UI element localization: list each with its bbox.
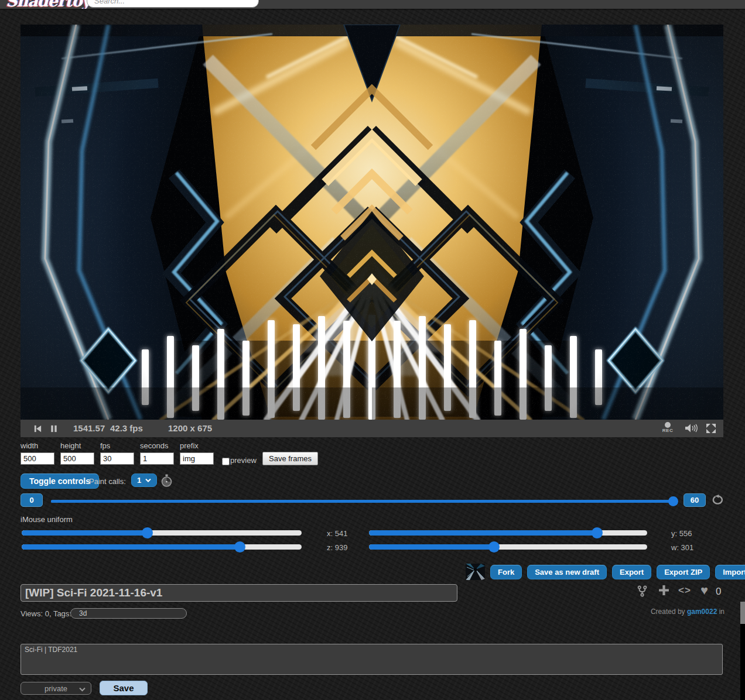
imouse-x-slider[interactable] xyxy=(22,527,302,538)
fullscreen-button[interactable] xyxy=(706,424,716,435)
description-textarea[interactable]: Sci-Fi | TDF2021 xyxy=(20,644,723,675)
prefix-label: prefix xyxy=(180,441,199,450)
fullscreen-icon xyxy=(706,424,716,433)
stopwatch-button[interactable] xyxy=(160,474,173,489)
width-field[interactable] xyxy=(20,452,54,465)
slider-fill xyxy=(369,544,494,550)
fps-display: 42.3 fps xyxy=(110,423,143,433)
thumbnail-image xyxy=(466,564,485,580)
seconds-label: seconds xyxy=(140,441,168,450)
volume-button[interactable] xyxy=(685,423,698,435)
import-button[interactable]: Import xyxy=(715,565,745,579)
width-label: width xyxy=(20,441,38,450)
time-slider-fill xyxy=(51,500,674,503)
slider-fill xyxy=(22,530,148,536)
time-start-box[interactable]: 0 xyxy=(20,493,43,507)
toggle-controls-button[interactable]: Toggle controls xyxy=(20,473,99,489)
heart-icon: ♥ xyxy=(700,583,708,598)
chevron-down-icon xyxy=(145,478,151,482)
fork-count-button[interactable] xyxy=(637,585,647,599)
imouse-x-thumb[interactable] xyxy=(142,527,153,538)
pause-icon xyxy=(50,424,58,433)
time-slider-thumb[interactable] xyxy=(668,496,678,506)
paint-calls-select[interactable]: 1 xyxy=(131,473,157,487)
code-icon: <> xyxy=(678,585,691,596)
preview-label: preview xyxy=(230,456,257,465)
visibility-select[interactable]: private xyxy=(20,682,91,695)
imouse-w-slider[interactable] xyxy=(369,541,647,553)
shader-title-input[interactable] xyxy=(20,584,457,602)
imouse-z-slider[interactable] xyxy=(22,541,302,553)
created-by-prefix: Created by xyxy=(651,608,685,616)
shader-canvas[interactable] xyxy=(20,25,723,420)
scrollbar-thumb[interactable] xyxy=(740,602,745,624)
search-input[interactable] xyxy=(87,0,259,8)
time-end-box[interactable]: 60 xyxy=(684,493,706,507)
rec-icon xyxy=(665,422,671,428)
height-field[interactable] xyxy=(60,452,94,465)
height-label: height xyxy=(60,441,81,450)
loop-button[interactable] xyxy=(712,495,725,507)
git-fork-icon xyxy=(637,585,647,597)
code-button[interactable]: <> xyxy=(678,585,691,596)
rewind-button[interactable] xyxy=(33,424,42,435)
imouse-w-value: w: 301 xyxy=(671,543,693,552)
imouse-w-thumb[interactable] xyxy=(488,541,500,553)
rec-button[interactable]: REC xyxy=(658,421,678,433)
shader-render xyxy=(20,25,723,420)
preview-checkbox[interactable] xyxy=(222,458,230,465)
time-slider[interactable] xyxy=(51,496,678,506)
like-count: 0 xyxy=(716,586,721,598)
loop-icon xyxy=(712,495,725,506)
author-link[interactable]: gam0022 xyxy=(687,608,717,616)
page-background: Shadertoy xyxy=(0,0,745,700)
visibility-value: private xyxy=(45,684,67,693)
seconds-field[interactable] xyxy=(140,452,174,465)
save-draft-button[interactable]: Save as new draft xyxy=(527,565,607,579)
prefix-field[interactable] xyxy=(180,452,214,465)
imouse-y-slider[interactable] xyxy=(369,527,647,538)
add-button[interactable] xyxy=(658,585,669,598)
imouse-x-value: x: 541 xyxy=(327,529,347,538)
save-button[interactable]: Save xyxy=(100,681,148,695)
imouse-y-thumb[interactable] xyxy=(592,527,603,538)
plus-icon xyxy=(658,585,669,596)
slider-fill xyxy=(369,530,597,536)
paint-calls-label: Paint calls: xyxy=(89,477,126,486)
imouse-z-thumb[interactable] xyxy=(234,541,245,553)
fps-label: fps xyxy=(100,441,110,450)
top-nav: Shadertoy xyxy=(0,0,745,9)
imouse-y-value: y: 556 xyxy=(671,529,692,538)
pause-button[interactable] xyxy=(50,424,58,435)
export-zip-button[interactable]: Export ZIP xyxy=(657,565,710,579)
save-frames-button[interactable]: Save frames xyxy=(262,452,318,465)
views-tags-label: Views: 0, Tags: xyxy=(20,609,71,618)
volume-icon xyxy=(685,423,698,433)
fps-field[interactable] xyxy=(100,452,134,465)
stopwatch-icon xyxy=(160,474,173,488)
created-by-suffix: in xyxy=(719,608,725,616)
time-display: 1541.57 xyxy=(73,423,105,433)
tags-input[interactable] xyxy=(70,608,187,619)
created-by-line: Created by gam0022 in xyxy=(651,608,725,616)
fork-button[interactable]: Fork xyxy=(490,565,522,579)
resolution-display: 1200 x 675 xyxy=(168,423,212,433)
shader-thumbnail[interactable] xyxy=(466,564,485,580)
slider-fill xyxy=(22,544,240,550)
chevron-down-icon xyxy=(79,687,86,692)
action-buttons-row: Fork Save as new draft Export Export ZIP… xyxy=(466,564,745,580)
paint-calls-value: 1 xyxy=(137,476,141,485)
logo[interactable]: Shadertoy xyxy=(6,0,90,9)
like-button[interactable]: ♥ xyxy=(700,583,708,598)
player-bar: 1541.57 42.3 fps 1200 x 675 REC xyxy=(20,420,723,437)
imouse-title: iMouse uniform xyxy=(20,515,73,524)
rec-label: REC xyxy=(658,428,678,433)
imouse-z-value: z: 939 xyxy=(327,543,347,552)
export-button[interactable]: Export xyxy=(612,565,651,579)
rewind-icon xyxy=(33,424,42,433)
